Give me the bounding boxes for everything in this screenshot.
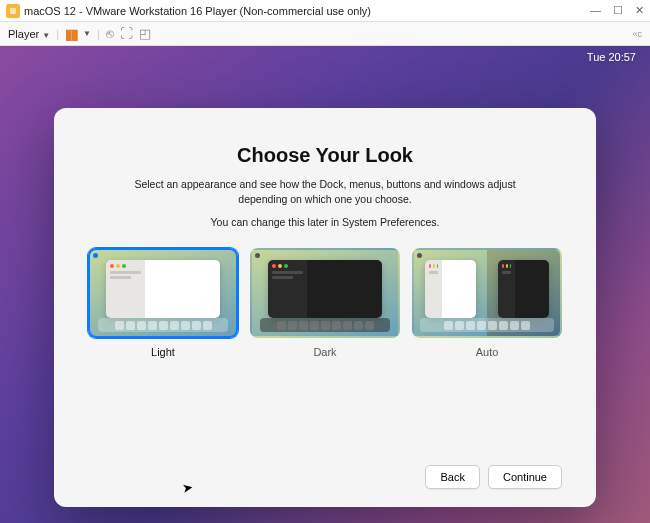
macos-menubar: Tue 20:57 [0, 46, 650, 68]
toolbar-right-label: «c [632, 29, 642, 39]
preview-dock [98, 318, 228, 332]
menubar-clock: Tue 20:57 [587, 51, 636, 63]
setup-assistant-window: Choose Your Look Select an appearance an… [54, 108, 596, 507]
minimize-icon[interactable]: — [590, 4, 601, 17]
cursor-icon: ➤ [181, 479, 194, 496]
power-dropdown-icon[interactable]: ▼ [83, 29, 91, 38]
fullscreen-icon[interactable]: ⛶ [120, 26, 133, 41]
option-label-dark: Dark [313, 346, 336, 358]
preview-window [106, 260, 220, 318]
page-note: You can change this later in System Pref… [88, 216, 562, 228]
unity-icon[interactable]: ◰ [139, 26, 151, 41]
send-ctrlaltdel-icon[interactable]: ⎋ [106, 26, 114, 41]
preview-dock [260, 318, 390, 332]
continue-button[interactable]: Continue [488, 465, 562, 489]
preview-window [498, 260, 548, 318]
preview-dock [420, 318, 554, 332]
appearance-option-light[interactable]: Light [88, 248, 238, 358]
player-menu[interactable]: Player ▼ [8, 28, 50, 40]
page-title: Choose Your Look [88, 144, 562, 167]
appearance-option-dark[interactable]: Dark [250, 248, 400, 358]
pause-icon[interactable]: ▮▮ [65, 26, 77, 42]
guest-desktop: Tue 20:57 Choose Your Look Select an app… [0, 46, 650, 523]
option-label-light: Light [151, 346, 175, 358]
maximize-icon[interactable]: ☐ [613, 4, 623, 17]
selection-indicator-icon [93, 253, 98, 258]
page-subtitle: Select an appearance and see how the Doc… [88, 177, 562, 206]
vmware-app-icon [6, 4, 20, 18]
svg-rect-1 [10, 8, 16, 14]
back-button[interactable]: Back [425, 465, 479, 489]
close-icon[interactable]: ✕ [635, 4, 644, 17]
dialog-footer: Back Continue [88, 465, 562, 489]
option-label-auto: Auto [476, 346, 499, 358]
host-titlebar: macOS 12 - VMware Workstation 16 Player … [0, 0, 650, 22]
appearance-option-auto[interactable]: Auto [412, 248, 562, 358]
preview-window [425, 260, 475, 318]
appearance-options: Light Dark [88, 248, 562, 358]
host-toolbar: Player ▼ | ▮▮ ▼ | ⎋ ⛶ ◰ «c [0, 22, 650, 46]
preview-window [268, 260, 382, 318]
host-window-title: macOS 12 - VMware Workstation 16 Player … [24, 5, 371, 17]
selection-indicator-icon [255, 253, 260, 258]
